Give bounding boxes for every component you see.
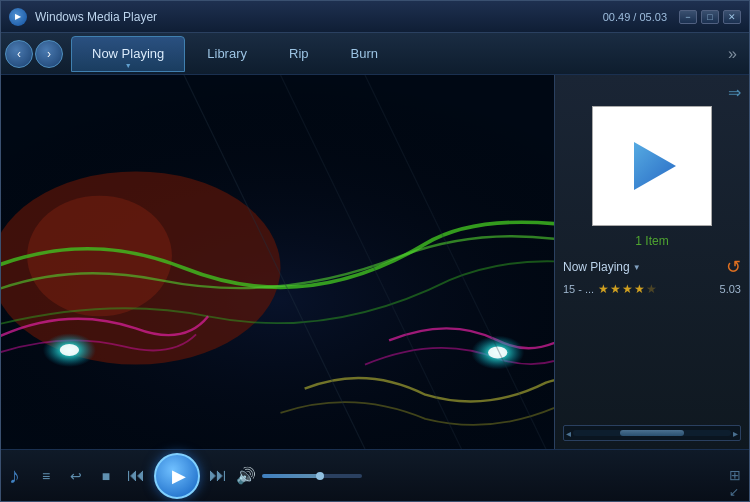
forward-button[interactable]: › (35, 40, 63, 68)
window-title: Windows Media Player (35, 10, 603, 24)
total-time: 05.03 (639, 11, 667, 23)
playlist-button[interactable]: ≡ (34, 464, 58, 488)
play-icon: ▶ (172, 465, 186, 487)
star-2: ★ (610, 282, 621, 296)
shuffle-button[interactable]: ↺ (726, 256, 741, 278)
now-playing-row: Now Playing ▼ ↺ (563, 256, 741, 278)
scroll-left-icon[interactable]: ◂ (566, 428, 571, 439)
now-playing-label[interactable]: Now Playing ▼ (563, 260, 641, 274)
corner-controls: ⊞ ↙ (729, 467, 741, 501)
tab-rip[interactable]: Rip (269, 36, 329, 72)
tab-now-playing[interactable]: Now Playing (71, 36, 185, 72)
dropdown-arrow-icon: ▼ (633, 263, 641, 272)
nav-arrows: ‹ › (5, 40, 63, 68)
nav-bar: ‹ › Now Playing Library Rip Burn » (1, 33, 749, 75)
star-rating[interactable]: ★ ★ ★ ★ ★ (598, 282, 657, 296)
track-number: 15 - ... (563, 283, 594, 295)
album-play-icon (622, 136, 682, 196)
volume-thumb[interactable] (316, 472, 324, 480)
minimize-button[interactable]: − (679, 10, 697, 24)
right-panel: ⇒ 1 Item Now Playing ▼ ↺ 15 - ... ★ (554, 75, 749, 449)
main-window: Windows Media Player 00.49 / 05.03 − □ ✕… (0, 0, 750, 502)
star-3: ★ (622, 282, 633, 296)
app-icon (9, 8, 27, 26)
title-bar: Windows Media Player 00.49 / 05.03 − □ ✕ (1, 1, 749, 33)
current-time: 00.49 (603, 11, 631, 23)
svg-point-5 (60, 344, 79, 356)
nav-more-button[interactable]: » (720, 45, 745, 63)
star-1: ★ (598, 282, 609, 296)
return-button[interactable]: ↩ (64, 464, 88, 488)
restore-button[interactable]: □ (701, 10, 719, 24)
tab-burn[interactable]: Burn (331, 36, 398, 72)
track-duration: 5.03 (720, 283, 741, 295)
volume-slider[interactable] (262, 474, 362, 478)
panel-arrow-icon[interactable]: ⇒ (728, 83, 741, 102)
visualization-canvas (1, 75, 554, 449)
prev-button[interactable]: ⏮ (124, 464, 148, 488)
scroll-right-icon[interactable]: ▸ (733, 428, 738, 439)
main-content: ⇒ 1 Item Now Playing ▼ ↺ 15 - ... ★ (1, 75, 749, 449)
visualization-area (1, 75, 554, 449)
bottom-controls: ♪ ≡ ↩ ■ ⏮ ▶ ⏭ 🔊 ⊞ ↙ (1, 449, 749, 501)
volume-icon: 🔊 (236, 466, 256, 485)
close-button[interactable]: ✕ (723, 10, 741, 24)
star-5: ★ (646, 282, 657, 296)
next-button[interactable]: ⏭ (206, 464, 230, 488)
item-count: 1 Item (635, 234, 668, 248)
resize-button[interactable]: ↙ (729, 485, 741, 499)
scroll-thumb[interactable] (620, 430, 683, 436)
star-4: ★ (634, 282, 645, 296)
panel-scrollbar[interactable]: ◂ ▸ (563, 425, 741, 441)
fullscreen-button[interactable]: ⊞ (729, 467, 741, 483)
back-button[interactable]: ‹ (5, 40, 33, 68)
music-note-icon: ♪ (9, 463, 20, 489)
stop-button[interactable]: ■ (94, 464, 118, 488)
playback-time: 00.49 / 05.03 (603, 11, 667, 23)
window-controls: − □ ✕ (679, 10, 741, 24)
scroll-track[interactable] (573, 430, 731, 436)
tab-library[interactable]: Library (187, 36, 267, 72)
play-button[interactable]: ▶ (154, 453, 200, 499)
track-row: 15 - ... ★ ★ ★ ★ ★ 5.03 (563, 282, 741, 296)
album-art (592, 106, 712, 226)
